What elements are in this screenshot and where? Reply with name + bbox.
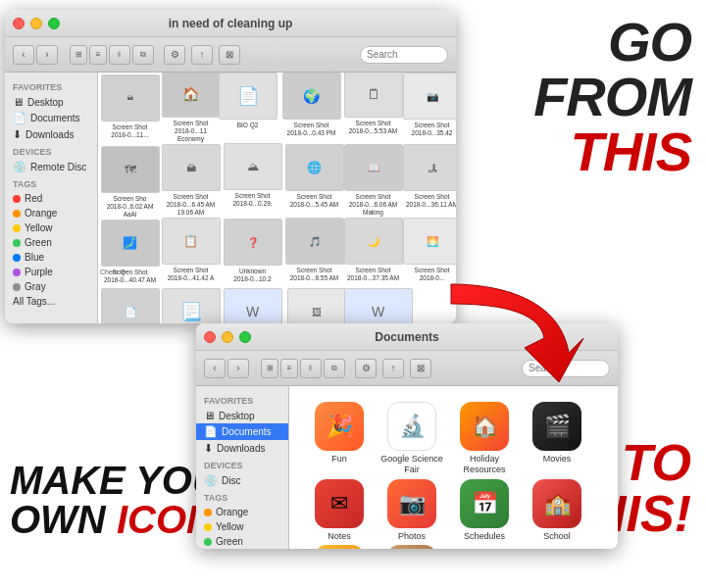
sidebar-item-tag-yellow[interactable]: Yellow	[5, 220, 97, 235]
clean-yellow-label: Yellow	[216, 521, 244, 532]
clean-documents-label: Documents	[222, 426, 272, 437]
clean-tag-yellow[interactable]: Yellow	[196, 519, 288, 534]
messy-window-title: in need of cleaning up	[169, 17, 293, 30]
back-button[interactable]: ‹	[13, 45, 34, 65]
file-thumb-8[interactable]: 🏔 Screen Shot2018-0...6.45 AM19.06 AM	[159, 144, 223, 216]
icon-view-button[interactable]: ⊞	[70, 45, 87, 65]
fun-folder-icon: 🎉	[315, 402, 364, 451]
notes-label: Notes	[328, 531, 351, 542]
folder-settings[interactable]: ⚙ Settings	[305, 545, 374, 549]
clean-desktop-icon: 🖥	[204, 410, 215, 421]
file-thumb-20[interactable]: 📃 Screen Shot2018-0...8.52 AM	[159, 288, 223, 323]
list-view-button[interactable]: ≡	[89, 45, 107, 65]
search-input[interactable]	[360, 46, 448, 64]
sidebar-item-remote-disc[interactable]: 💿 Remote Disc	[5, 159, 97, 175]
photos-label: Photos	[398, 531, 426, 542]
file-thumb-4[interactable]: 🌍 Screen Shot2018-0...0.43 PM	[279, 73, 343, 137]
folder-school[interactable]: 🏫 School	[523, 479, 591, 542]
file-thumb-18[interactable]: 🌅 Screen Shot2018-0...	[400, 218, 456, 282]
folder-google-science[interactable]: 🔬 Google ScienceFair	[378, 402, 446, 475]
file-thumb-6[interactable]: 📷 Screen Shot2018-0...35.42	[400, 73, 456, 137]
orange-tag-dot	[13, 210, 21, 218]
clean-sidebar-downloads[interactable]: ⬇ Downloads	[196, 440, 288, 457]
file-thumb-1[interactable]: 🏔 Screen Shot2018-0...11...	[98, 74, 162, 139]
sidebar-item-documents[interactable]: 📄 Documents	[5, 110, 97, 126]
clean-cover-flow-button[interactable]: ⧉	[324, 359, 345, 378]
clean-content-area: 🎉 Fun 🔬 Google ScienceFair 🏠 HolidayReso…	[289, 386, 618, 549]
file-thumb-docx1[interactable]: W text.docx	[221, 288, 284, 323]
sidebar-item-tag-gray[interactable]: Gray	[5, 279, 97, 294]
window-buttons	[13, 18, 60, 29]
clean-action-button[interactable]: ⚙	[355, 359, 377, 378]
share-button[interactable]: ↑	[191, 45, 213, 65]
clean-sidebar-desktop[interactable]: 🖥 Desktop	[196, 408, 288, 423]
clean-delete-button[interactable]: ⊠	[410, 359, 431, 378]
gray-tag-label: Gray	[25, 281, 46, 292]
file-thumb-12[interactable]: 🏞 Screen Shot2018-0...36.11 AM	[400, 144, 456, 209]
folder-photos[interactable]: 📷 Photos	[378, 479, 446, 542]
file-thumb-5[interactable]: 🗒 Screen Shot2018-0...5.53 AM	[341, 73, 405, 135]
clean-share-button[interactable]: ↑	[382, 359, 404, 378]
clean-list-view-button[interactable]: ≡	[280, 359, 298, 378]
sidebar-item-all-tags[interactable]: All Tags...	[5, 294, 97, 309]
chem-label: Chem Q	[100, 269, 126, 275]
sidebar-item-desktop[interactable]: 🖥 Desktop	[5, 94, 97, 110]
school-label: School	[543, 531, 571, 542]
sidebar-item-tag-blue[interactable]: Blue	[5, 250, 97, 265]
clean-icon-view-button[interactable]: ⊞	[261, 359, 278, 378]
blue-tag-label: Blue	[25, 252, 44, 263]
sidebar-item-downloads-label: Downloads	[25, 129, 74, 140]
clean-back-button[interactable]: ‹	[204, 359, 226, 378]
column-view-button[interactable]: ⫴	[109, 45, 130, 65]
sidebar-item-tag-purple[interactable]: Purple	[5, 265, 97, 279]
folder-movies[interactable]: 🎬 Movies	[523, 402, 591, 475]
file-thumb-14[interactable]: 📋 Screen Shot2018-0...41.42 A	[159, 218, 223, 282]
file-thumb-17[interactable]: 🌙 Screen Shot2018-0...37.35 AM	[341, 218, 405, 282]
delete-button[interactable]: ⊠	[219, 45, 240, 65]
file-thumb-11[interactable]: 📖 Screen Shot2018-0...6.06 AMMaking	[341, 144, 405, 216]
file-thumb-9[interactable]: ⛰ Screen Shot2018-0...0.29.	[221, 143, 284, 208]
school-icon: 🏫	[532, 479, 581, 528]
folder-fun[interactable]: 🎉 Fun	[305, 402, 374, 475]
clean-close-button[interactable]	[204, 331, 216, 343]
file-thumb-7[interactable]: 🗺 Screen Sho2018-0..6.02 AMAaAl	[98, 146, 162, 218]
file-thumb-2[interactable]: 🏠 Screen Shot2018-0...11Economy	[159, 73, 223, 142]
clean-sidebar-documents[interactable]: 📄 Documents	[196, 423, 288, 440]
orange-tag-label: Orange	[25, 208, 57, 219]
clean-minimize-button[interactable]	[222, 331, 233, 343]
sidebar-item-downloads[interactable]: ⬇ Downloads	[5, 126, 97, 143]
folder-notes[interactable]: ✉ Notes	[305, 479, 374, 542]
minimize-button[interactable]	[30, 18, 42, 29]
cover-flow-button[interactable]: ⧉	[132, 45, 154, 65]
maximize-button[interactable]	[48, 18, 60, 29]
file-thumb-19[interactable]: 📄 Screen Shot2018-0...8.37 AM	[98, 288, 162, 323]
clean-maximize-button[interactable]	[239, 331, 251, 343]
purple-tag-label: Purple	[25, 267, 53, 277]
clean-tag-orange[interactable]: Orange	[196, 505, 288, 519]
clean-window-buttons	[204, 331, 251, 343]
clean-window-title: Documents	[375, 330, 438, 344]
clean-column-view-button[interactable]: ⫴	[300, 359, 322, 378]
clean-sidebar-remote-disc[interactable]: 💿 Disc	[196, 472, 288, 489]
sidebar-item-tag-red[interactable]: Red	[5, 191, 97, 206]
file-thumb-21[interactable]: 🖼 Screen Shot2018-0...37.03 AM	[284, 288, 348, 323]
action-button[interactable]: ⚙	[164, 45, 185, 65]
fun-folder-label: Fun	[331, 454, 347, 465]
clean-forward-button[interactable]: ›	[227, 359, 249, 378]
tests-icon: ☕	[387, 545, 436, 549]
file-thumb-docx2[interactable]: W Language.docx	[341, 288, 415, 323]
sidebar-item-tag-green[interactable]: Green	[5, 235, 97, 250]
clean-green-dot	[204, 538, 212, 546]
folder-schedules[interactable]: 📅 Schedules	[450, 479, 519, 542]
file-thumb-16[interactable]: 🎵 Screen Shot2018-0...8.55 AM	[282, 218, 346, 282]
file-thumb-10[interactable]: 🌐 Screen Shot2018-0...5.45 AM	[282, 144, 346, 209]
clean-tag-green[interactable]: Green	[196, 534, 288, 549]
sidebar-item-tag-orange[interactable]: Orange	[5, 206, 97, 220]
forward-button[interactable]: ›	[36, 45, 58, 65]
folder-holiday[interactable]: 🏠 HolidayResources	[450, 402, 519, 475]
file-thumb-3[interactable]: 📄 BIO Q2	[216, 73, 279, 129]
close-button[interactable]	[13, 18, 25, 29]
file-thumb-15[interactable]: ❓ Unknown2018-0...10.2	[221, 219, 284, 283]
devices-header: DEVICES	[5, 143, 97, 159]
folder-tests[interactable]: ☕ Tests	[378, 545, 446, 549]
